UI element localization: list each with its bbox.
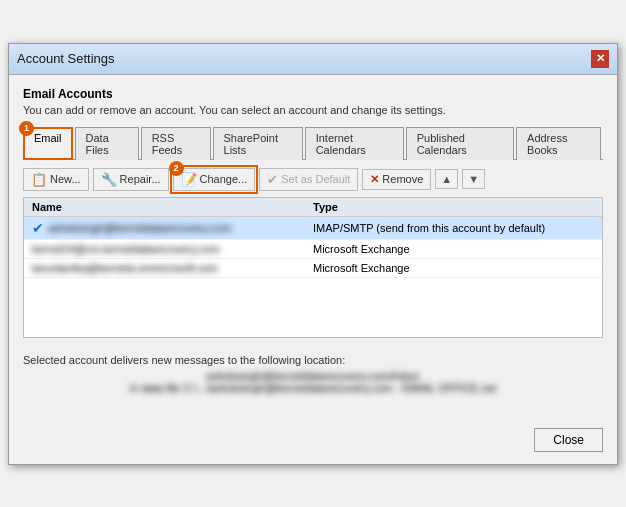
accounts-table: Name Type ✔ ashoksingh@kerneldatarecover…	[23, 197, 603, 338]
table-header: Name Type	[24, 198, 602, 217]
tab-email[interactable]: 1 Email	[23, 127, 73, 160]
tab-email-badge: 1	[19, 121, 34, 136]
table-row[interactable]: ✔ ashoksingh@kerneldatarecovery.com IMAP…	[24, 217, 602, 240]
new-icon: 📋	[31, 172, 47, 187]
repair-button[interactable]: 🔧 Repair...	[93, 168, 169, 191]
title-bar: Account Settings ✕	[9, 44, 617, 75]
footer-file-location: in data file C:\...\ashoksingh@kerneldat…	[130, 382, 496, 394]
tab-sharepoint[interactable]: SharePoint Lists	[213, 127, 303, 160]
footer-location: ashoksingh@kerneldatarecovery.com/Inbox …	[23, 370, 603, 394]
account-email: ashoksingh@kerneldatarecovery.com	[48, 222, 231, 234]
check-icon: ✔	[267, 172, 278, 187]
set-default-button[interactable]: ✔ Set as Default	[259, 168, 358, 191]
account-name-cell: kernel14@cm.kerneldatarecovery.com	[32, 243, 313, 255]
accounts-list: ✔ ashoksingh@kerneldatarecovery.com IMAP…	[24, 217, 602, 337]
change-icon: 📝	[181, 172, 197, 187]
tab-published-calendars[interactable]: Published Calendars	[406, 127, 514, 160]
account-type: Microsoft Exchange	[313, 262, 594, 274]
col-name-header: Name	[32, 201, 313, 213]
dialog-title: Account Settings	[17, 51, 115, 66]
change-button[interactable]: 2 📝 Change...	[173, 168, 256, 191]
account-name-cell: tarunlamba@kernela.onmicrosoft.com	[32, 262, 313, 274]
tab-bar: 1 Email Data Files RSS Feeds SharePoint …	[23, 126, 603, 160]
section-title: Email Accounts	[23, 87, 603, 101]
tab-data-files[interactable]: Data Files	[75, 127, 139, 160]
account-email: kernel14@cm.kerneldatarecovery.com	[32, 243, 220, 255]
section-description: You can add or remove an account. You ca…	[23, 104, 603, 116]
move-up-button[interactable]: ▲	[435, 169, 458, 189]
tab-address-books[interactable]: Address Books	[516, 127, 601, 160]
move-down-button[interactable]: ▼	[462, 169, 485, 189]
default-account-icon: ✔	[32, 220, 44, 236]
remove-icon: ✕	[370, 173, 379, 186]
accounts-toolbar: 📋 New... 🔧 Repair... 2 📝 Change... ✔ Set…	[23, 168, 603, 191]
account-type: IMAP/SMTP (send from this account by def…	[313, 222, 594, 234]
footer-description: Selected account delivers new messages t…	[23, 354, 603, 366]
account-settings-dialog: Account Settings ✕ Email Accounts You ca…	[8, 43, 618, 465]
account-name-cell: ✔ ashoksingh@kerneldatarecovery.com	[32, 220, 313, 236]
dialog-body: Email Accounts You can add or remove an …	[9, 75, 617, 422]
table-row[interactable]: kernel14@cm.kerneldatarecovery.com Micro…	[24, 240, 602, 259]
table-row[interactable]: tarunlamba@kernela.onmicrosoft.com Micro…	[24, 259, 602, 278]
col-type-header: Type	[313, 201, 594, 213]
new-button[interactable]: 📋 New...	[23, 168, 89, 191]
account-type: Microsoft Exchange	[313, 243, 594, 255]
window-close-button[interactable]: ✕	[591, 50, 609, 68]
close-dialog-button[interactable]: Close	[534, 428, 603, 452]
account-email: tarunlamba@kernela.onmicrosoft.com	[32, 262, 218, 274]
remove-button[interactable]: ✕ Remove	[362, 169, 431, 190]
tab-rss-feeds[interactable]: RSS Feeds	[141, 127, 211, 160]
repair-icon: 🔧	[101, 172, 117, 187]
dialog-footer: Close	[9, 422, 617, 464]
tab-internet-calendars[interactable]: Internet Calendars	[305, 127, 404, 160]
footer-section: Selected account delivers new messages t…	[23, 348, 603, 400]
footer-email-location: ashoksingh@kerneldatarecovery.com/Inbox	[206, 370, 419, 382]
change-badge: 2	[169, 161, 184, 176]
